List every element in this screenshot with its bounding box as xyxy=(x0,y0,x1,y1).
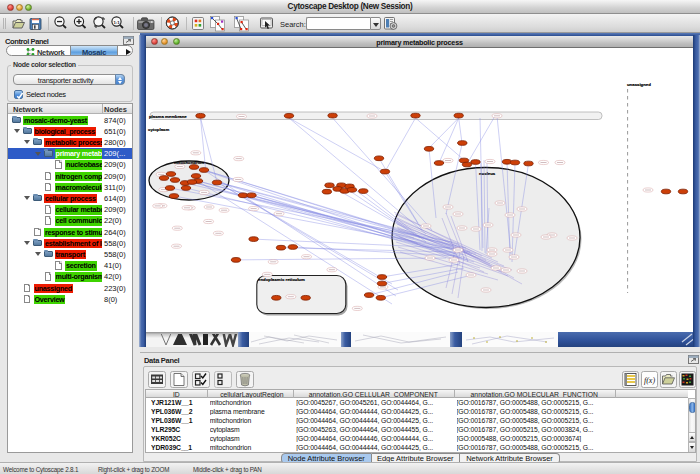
svg-text:1:1: 1:1 xyxy=(113,20,120,25)
svg-text:f(x): f(x) xyxy=(644,376,655,385)
svg-text:cytoplasm: cytoplasm xyxy=(148,127,169,132)
svg-text:unassigned: unassigned xyxy=(627,82,651,87)
svg-text:plasma membrane: plasma membrane xyxy=(149,114,187,119)
svg-text:endoplasmic reticulum: endoplasmic reticulum xyxy=(258,277,305,282)
